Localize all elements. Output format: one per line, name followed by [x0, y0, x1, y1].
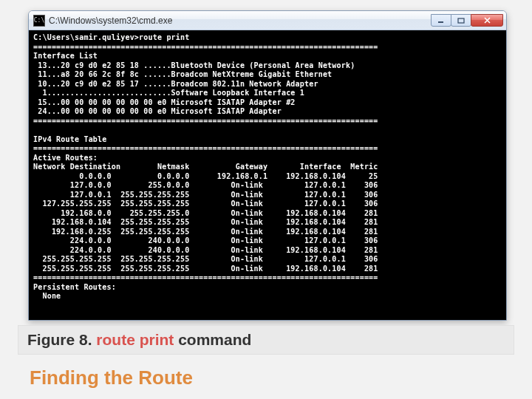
cmd-app-icon: C:\: [33, 15, 45, 27]
maximize-button[interactable]: [451, 14, 471, 27]
close-button[interactable]: [471, 14, 503, 27]
caption-suffix: command: [174, 331, 251, 348]
figure-caption: Figure 8. route print command: [27, 331, 251, 349]
caption-highlight: route print: [96, 331, 174, 348]
titlebar[interactable]: C:\ C:\Windows\system32\cmd.exe: [29, 11, 506, 30]
window-controls: [432, 14, 503, 27]
cmd-window: C:\ C:\Windows\system32\cmd.exe C:\Users…: [28, 10, 507, 321]
terminal-output[interactable]: C:\Users\samir.quliyev>route print =====…: [29, 30, 506, 320]
svg-rect-1: [458, 18, 464, 23]
figure-caption-box: Figure 8. route print command: [18, 325, 514, 355]
caption-prefix: Figure 8.: [27, 331, 96, 348]
slide-title: Finding the Route: [30, 366, 193, 389]
window-title: C:\Windows\system32\cmd.exe: [49, 16, 432, 26]
svg-rect-0: [438, 21, 443, 23]
minimize-button[interactable]: [431, 14, 451, 27]
